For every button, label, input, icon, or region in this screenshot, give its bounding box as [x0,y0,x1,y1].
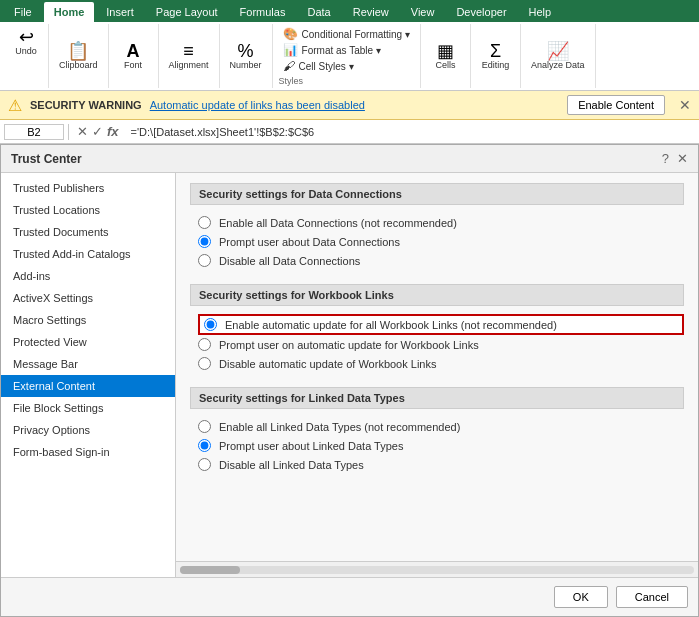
trust-center-content: Security settings for Data Connections E… [176,173,698,561]
wl-enable-input[interactable] [204,318,217,331]
wl-prompt-radio[interactable]: Prompt user on automatic update for Work… [198,335,684,354]
wl-prompt-input[interactable] [198,338,211,351]
sidebar-item-message-bar[interactable]: Message Bar [1,353,175,375]
ldt-enable-label: Enable all Linked Data Types (not recomm… [219,421,460,433]
dc-prompt-label: Prompt user about Data Connections [219,236,400,248]
cell-styles-button[interactable]: 🖌 Cell Styles ▾ [279,58,414,74]
undo-button[interactable]: ↩ Undo [8,26,44,58]
tab-formulas[interactable]: Formulas [230,2,296,22]
editing-label: Editing [482,60,510,70]
sidebar-item-trusted-documents[interactable]: Trusted Documents [1,221,175,243]
number-group: % Number [220,24,273,88]
conditional-formatting-button[interactable]: 🎨 Conditional Formatting ▾ [279,26,414,42]
sidebar-item-protected-view[interactable]: Protected View [1,331,175,353]
cells-button[interactable]: ▦ Cells [427,40,463,72]
dialog-help-icon[interactable]: ? [662,151,669,166]
formula-cancel-icon[interactable]: ✕ [77,124,88,139]
tab-page-layout[interactable]: Page Layout [146,2,228,22]
number-icon: % [238,42,254,60]
linked-data-types-radios: Enable all Linked Data Types (not recomm… [190,417,684,474]
tab-data[interactable]: Data [297,2,340,22]
number-label: Number [230,60,262,70]
styles-group: 🎨 Conditional Formatting ▾ 📊 Format as T… [273,24,421,88]
sidebar-item-trusted-addin-catalogs[interactable]: Trusted Add-in Catalogs [1,243,175,265]
wl-enable-radio[interactable]: Enable automatic update for all Workbook… [198,314,684,335]
security-link[interactable]: Automatic update of links has been disab… [150,99,365,111]
tab-view[interactable]: View [401,2,445,22]
ldt-enable-input[interactable] [198,420,211,433]
format-table-button[interactable]: 📊 Format as Table ▾ [279,42,414,58]
excel-wrapper: File Home Insert Page Layout Formulas Da… [0,0,699,617]
sidebar-item-file-block[interactable]: File Block Settings [1,397,175,419]
workbook-links-section: Security settings for Workbook Links Ena… [190,284,684,373]
ldt-prompt-input[interactable] [198,439,211,452]
sidebar-item-addins[interactable]: Add-ins [1,265,175,287]
security-warning-label: SECURITY WARNING [30,99,142,111]
wl-disable-input[interactable] [198,357,211,370]
dc-disable-radio[interactable]: Disable all Data Connections [198,251,684,270]
format-table-label: Format as Table ▾ [302,45,381,56]
ldt-disable-label: Disable all Linked Data Types [219,459,364,471]
ldt-disable-radio[interactable]: Disable all Linked Data Types [198,455,684,474]
conditional-formatting-icon: 🎨 [283,27,298,41]
font-icon: A [127,42,140,60]
ribbon-body: ↩ Undo 📋 Clipboard A Font [0,22,699,91]
clipboard-icon: 📋 [67,42,89,60]
sidebar-item-privacy[interactable]: Privacy Options [1,419,175,441]
dc-disable-label: Disable all Data Connections [219,255,360,267]
tab-developer[interactable]: Developer [446,2,516,22]
cells-label: Cells [435,60,455,70]
sidebar-item-trusted-locations[interactable]: Trusted Locations [1,199,175,221]
security-close-icon[interactable]: ✕ [679,97,691,113]
tab-help[interactable]: Help [519,2,562,22]
workbook-links-radios: Enable automatic update for all Workbook… [190,314,684,373]
formula-confirm-icon[interactable]: ✓ [92,124,103,139]
editing-button[interactable]: Σ Editing [477,40,513,72]
cancel-button[interactable]: Cancel [616,586,688,608]
dc-disable-input[interactable] [198,254,211,267]
wl-disable-radio[interactable]: Disable automatic update of Workbook Lin… [198,354,684,373]
cell-reference-input[interactable] [4,124,64,140]
ribbon-tabs-bar: File Home Insert Page Layout Formulas Da… [0,0,699,22]
formula-fx-icon[interactable]: fx [107,124,119,139]
sidebar-item-external-content[interactable]: External Content [1,375,175,397]
tab-insert[interactable]: Insert [96,2,144,22]
tab-file[interactable]: File [4,2,42,22]
sidebar-item-activex[interactable]: ActiveX Settings [1,287,175,309]
main-area: Trust Center ? ✕ Trusted Publishers Trus… [0,144,699,617]
font-button[interactable]: A Font [115,40,151,72]
sidebar-item-trusted-publishers[interactable]: Trusted Publishers [1,177,175,199]
clipboard-label: Clipboard [59,60,98,70]
dialog-title-bar: Trust Center ? ✕ [1,145,698,173]
ldt-enable-radio[interactable]: Enable all Linked Data Types (not recomm… [198,417,684,436]
analyze-button[interactable]: 📈 Analyze Data [527,40,589,72]
formula-separator [68,124,69,140]
cells-icon: ▦ [437,42,454,60]
undo-label: Undo [15,46,37,56]
tab-review[interactable]: Review [343,2,399,22]
alignment-button[interactable]: ≡ Alignment [165,40,213,72]
analyze-icon: 📈 [547,42,569,60]
ldt-disable-input[interactable] [198,458,211,471]
alignment-group: ≡ Alignment [159,24,220,88]
enable-content-button[interactable]: Enable Content [567,95,665,115]
formula-icons: ✕ ✓ fx [73,124,123,139]
hscroll-thumb [180,566,240,574]
clipboard-button[interactable]: 📋 Clipboard [55,40,102,72]
formula-bar: ✕ ✓ fx [0,120,699,144]
ldt-prompt-radio[interactable]: Prompt user about Linked Data Types [198,436,684,455]
data-connections-radios: Enable all Data Connections (not recomme… [190,213,684,270]
dc-enable-radio[interactable]: Enable all Data Connections (not recomme… [198,213,684,232]
formula-input[interactable] [127,125,695,139]
number-button[interactable]: % Number [226,40,266,72]
sidebar-item-form-signin[interactable]: Form-based Sign-in [1,441,175,463]
dialog-body: Trusted Publishers Trusted Locations Tru… [1,173,698,577]
dc-prompt-input[interactable] [198,235,211,248]
content-horizontal-scrollbar[interactable] [176,561,698,577]
dc-prompt-radio[interactable]: Prompt user about Data Connections [198,232,684,251]
dc-enable-input[interactable] [198,216,211,229]
ok-button[interactable]: OK [554,586,608,608]
dialog-close-icon[interactable]: ✕ [677,151,688,166]
sidebar-item-macro[interactable]: Macro Settings [1,309,175,331]
tab-home[interactable]: Home [44,2,95,22]
